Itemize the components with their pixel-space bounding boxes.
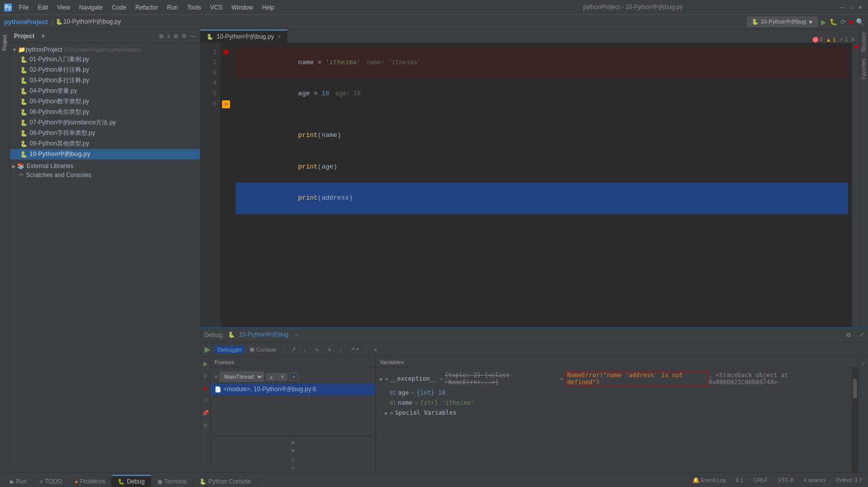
run-config-selector[interactable]: 🐍 10-Python中的bug ▼ <box>747 17 818 27</box>
minimize-panel-icon[interactable]: — <box>190 33 196 40</box>
bp-2[interactable] <box>221 58 232 68</box>
expand-all-icon[interactable]: ≣ <box>173 33 178 40</box>
frames-scroll-down[interactable]: ▼ <box>290 447 296 454</box>
external-libraries[interactable]: ▶ 📚 External Libraries <box>10 161 200 171</box>
bp-5[interactable] <box>221 89 232 99</box>
resume-button[interactable]: ▶ <box>204 345 210 354</box>
rerun-icon[interactable]: ↺ <box>201 396 209 405</box>
var-special-expand[interactable]: ▶ <box>385 410 388 416</box>
frames-copy-icon[interactable]: ⎘ <box>291 456 295 462</box>
file-item-4[interactable]: 🐍 04-Python变量.py <box>10 86 200 96</box>
code-line-5[interactable]: print(age) <box>236 151 848 183</box>
menu-help[interactable]: Help <box>258 3 279 12</box>
step-out-button[interactable]: ↑ <box>336 346 345 354</box>
pause-icon[interactable]: ⏸ <box>201 372 209 381</box>
run-coverage-button[interactable]: ⟳ <box>840 18 846 26</box>
menu-code[interactable]: Code <box>108 3 130 12</box>
menu-refactor[interactable]: Refactor <box>131 3 162 12</box>
code-editor[interactable]: 1 2 3 4 5 6 <box>200 43 859 327</box>
frame-up-button[interactable]: ▲ <box>266 373 276 381</box>
python-version-indicator[interactable]: Python 3.7 <box>833 476 864 484</box>
file-item-9[interactable]: 🐍 09-Python其他类型.py <box>10 138 200 149</box>
debug-tab-close[interactable]: ✕ <box>294 332 298 338</box>
bp-3[interactable] <box>221 68 232 79</box>
menu-tools[interactable]: Tools <box>183 3 205 12</box>
bp-6[interactable]: ⚡ <box>221 99 232 110</box>
code-line-2[interactable]: age = 18 age: 18 <box>236 78 848 109</box>
minimize-button[interactable]: — <box>839 4 846 11</box>
frame-down-button[interactable]: ▼ <box>277 373 287 381</box>
frames-link-icon[interactable]: ∞ <box>291 464 295 470</box>
show-execution-point-button[interactable]: ↗ <box>288 345 299 354</box>
menu-window[interactable]: Window <box>228 3 257 12</box>
error-nav-up[interactable]: ∧ <box>851 36 855 43</box>
code-line-4[interactable]: print(name) <box>236 120 848 151</box>
file-item-10[interactable]: 🐍 10-Python中的bug.py <box>10 149 200 159</box>
step-into-my-code-button[interactable]: ⇘ <box>324 345 334 354</box>
maximize-button[interactable]: □ <box>848 4 855 11</box>
code-line-6[interactable]: print(address) <box>236 183 848 214</box>
variables-scrollbar[interactable] <box>852 368 858 472</box>
scratches[interactable]: ✏ Scratches and Consoles <box>10 171 200 180</box>
right-panel-icon-2[interactable]: Favorites <box>860 56 867 82</box>
encoding-indicator[interactable]: UTF-8 <box>776 476 795 484</box>
file-item-5[interactable]: 🐍 05-Python数字类型.py <box>10 96 200 107</box>
console-button[interactable]: ▣ Console <box>247 345 279 354</box>
var-special[interactable]: ▶ ≡ Special Variables <box>376 408 852 418</box>
step-over-button[interactable]: ↓ <box>301 346 310 354</box>
menu-file[interactable]: File <box>15 3 33 12</box>
debug-right-expand[interactable]: ⤢ <box>859 359 867 369</box>
indent-indicator[interactable]: 4 spaces <box>801 476 827 484</box>
file-item-3[interactable]: 🐍 03-Python多行注释.py <box>10 75 200 86</box>
root-folder[interactable]: ▼ 📁 pythonProject D:\PycharmProjects\pyt… <box>10 45 200 54</box>
close-button[interactable]: ✕ <box>857 4 864 11</box>
frame-add-button[interactable]: + <box>289 373 298 381</box>
var-age[interactable]: 01 age = {int} 18 <box>376 388 852 398</box>
position-indicator[interactable]: 6:1 <box>734 476 745 484</box>
step-into-button[interactable]: ↘ <box>311 345 322 354</box>
file-item-8[interactable]: 🐍 08-Python字符串类型.py <box>10 128 200 138</box>
locate-icon[interactable]: ⊕ <box>159 33 164 40</box>
file-item-2[interactable]: 🐍 02-Python单行注释.py <box>10 65 200 75</box>
terminal-tab[interactable]: ▣ Terminal <box>151 476 193 487</box>
line-ending-indicator[interactable]: CRLF <box>751 476 770 484</box>
file-item-6[interactable]: 🐍 06-Python布尔类型.py <box>10 107 200 117</box>
python-console-tab[interactable]: 🐍 Python Console <box>193 476 258 487</box>
bp-4[interactable] <box>221 78 232 89</box>
menu-vcs[interactable]: VCS <box>206 3 227 12</box>
pin-icon[interactable]: 📌 <box>200 408 210 418</box>
var-exception-expand[interactable]: ▶ <box>380 376 383 382</box>
debugger-button[interactable]: Debugger <box>214 346 245 354</box>
stop-button[interactable]: ■ <box>849 18 853 26</box>
debug-expand-icon[interactable]: ⤢ <box>859 332 864 338</box>
run-tab[interactable]: ▶ Run <box>4 476 34 487</box>
right-scroll-gutter[interactable] <box>852 43 859 327</box>
menu-run[interactable]: Run <box>163 3 182 12</box>
debug-tab-name[interactable]: 10-Python中的bug <box>239 331 289 339</box>
code-line-1[interactable]: name = 'itheima' name: 'itheima' <box>236 47 848 78</box>
var-name[interactable]: 01 name = {str} 'itheima' <box>376 398 852 408</box>
event-log[interactable]: 🔔 Event Log <box>691 476 728 484</box>
run-button[interactable]: ▶ <box>821 18 826 26</box>
settings-icon-debug[interactable]: ⚙ <box>201 421 209 430</box>
var-exception[interactable]: ▶ ≡ __exception__ = {tuple: 2} {<class '… <box>376 370 852 388</box>
menu-view[interactable]: View <box>53 3 74 12</box>
code-line-3[interactable] <box>236 110 848 120</box>
editor-tab-main[interactable]: 🐍 10-Python中的bug.py ✕ <box>200 30 288 43</box>
run-to-cursor-button[interactable]: ↗↗ <box>347 345 362 354</box>
menu-edit[interactable]: Edit <box>34 3 52 12</box>
resume-icon[interactable]: ▶ <box>202 359 209 369</box>
frame-entry-1[interactable]: 📄 <module>, 10-Python中的bug.py:6 <box>210 384 375 395</box>
evaluate-expression-button[interactable]: ≡ <box>371 346 380 354</box>
tab-close-button[interactable]: ✕ <box>277 34 281 40</box>
debug-settings-icon[interactable]: ⚙ <box>846 332 851 339</box>
debug-button[interactable]: 🐛 <box>829 18 837 26</box>
todo-tab[interactable]: ≡ TODO <box>34 476 69 487</box>
menu-navigate[interactable]: Navigate <box>75 3 107 12</box>
file-item-1[interactable]: 🐍 01-Python入门案例.py <box>10 54 200 65</box>
search-button[interactable]: 🔍 <box>856 18 864 26</box>
debug-tab[interactable]: 🐛 Debug <box>112 475 151 487</box>
file-item-7[interactable]: 🐍 07-Python中的isinstance方法.py <box>10 117 200 128</box>
stop-icon[interactable]: ■ <box>202 384 208 393</box>
thread-dropdown[interactable]: MainThread <box>220 372 264 382</box>
